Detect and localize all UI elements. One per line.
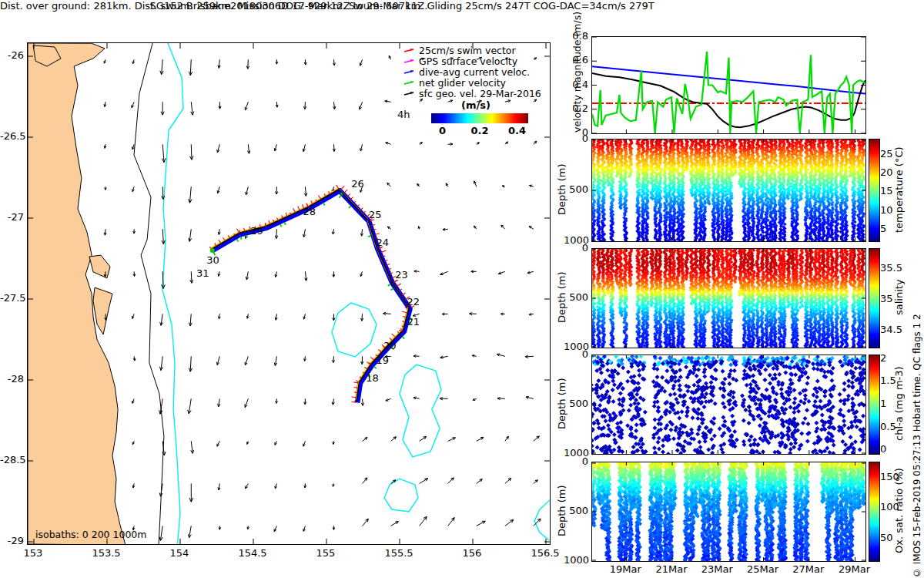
chl-colorbar-tick: 0.5 (880, 421, 911, 432)
temperature-colorbar-tick: 20 (880, 166, 911, 178)
salinity-depth-tick: 0 (564, 242, 588, 254)
temperature-colorbar (869, 139, 880, 242)
date-tick-label: 29Mar (836, 563, 873, 575)
isobath-200m (134, 43, 164, 544)
legend-marker-icon (403, 89, 419, 97)
imos-watermark: © IMOS 15-Feb-2019 05:27:13 Hobart time.… (912, 227, 922, 578)
chlpanel-scatter-canvas (592, 355, 865, 454)
oxygen-colorbar (869, 462, 880, 562)
date-tick-label: 27Mar (790, 563, 827, 575)
salinity-depth-tick: 500 (564, 291, 588, 303)
figure-subtitle: Dist. over ground: 281km. Dist. swum: 25… (0, 0, 608, 12)
salpanel-scatter-canvas (592, 249, 865, 348)
temperature-colorbar-tick: 5 (880, 223, 911, 234)
legend-window-note: 4h (397, 109, 410, 120)
isobath-1000m (162, 43, 183, 544)
map-lon-tick: 153 (18, 547, 49, 559)
isobaths-note: isobaths: 0 200 1000m (35, 529, 147, 540)
legend-marker-icon (403, 68, 419, 76)
temperature-panel (591, 139, 866, 242)
chl-colorbar-tick: 2 (880, 352, 911, 364)
dive-number-label: 29 (250, 225, 263, 237)
oxygen-depth-tick: 0 (564, 455, 588, 467)
map-lon-tick: 156 (457, 547, 487, 559)
map-lat-tick: -28.5 (0, 454, 24, 465)
dive-number-label: 22 (407, 296, 420, 307)
chl-colorbar-tick: 1 (880, 398, 911, 409)
legend-marker-icon (403, 79, 419, 86)
map-lon-tick: 154 (164, 547, 195, 559)
legend-item: GPS surface velocity (403, 55, 550, 66)
chl-colorbar (869, 355, 880, 455)
legend-item-label: sfc geo. vel. 29-Mar-2016 (419, 88, 541, 99)
map-legend: 25cm/s swim vectorGPS surface velocitydi… (403, 45, 550, 99)
track-end-marker (210, 248, 215, 253)
map-lon-tick: 156.5 (530, 547, 561, 559)
velocity-ytick: 0.4 (565, 79, 588, 90)
velocity-ytick: 0.6 (565, 54, 588, 66)
date-tick-label: 25Mar (745, 563, 782, 575)
island (89, 255, 110, 278)
map-lon-tick: 154.5 (237, 547, 268, 559)
salinity-colorbar (869, 248, 880, 348)
map-lat-tick: -27 (0, 211, 24, 223)
map-lon-tick: 155 (310, 547, 341, 559)
swim-vector-whiskers (209, 185, 414, 402)
map-colorbar-tick: 0 (434, 125, 452, 136)
dive-number-label: 20 (383, 340, 397, 351)
chl-colorbar-tick: 1.5 (880, 375, 911, 386)
salinity-colorbar-tick: 34.5 (880, 324, 911, 335)
dive-number-label: 31 (196, 267, 209, 279)
dive-number-label: 28 (303, 206, 316, 217)
legend-marker-icon (403, 57, 419, 65)
date-tick-label: 23Mar (698, 563, 735, 575)
salinity-colorbar-tick: 35.5 (880, 262, 911, 274)
chl-depth-tick: 0 (564, 348, 588, 360)
legend-item-label: net glider velocity (419, 77, 506, 89)
dive-number-label: 23 (395, 269, 408, 281)
temperature-colorbar-tick: 15 (880, 185, 911, 197)
sla-contour (400, 365, 441, 457)
legend-marker-icon (403, 46, 419, 54)
island (93, 287, 112, 334)
chl-depth-tick: 500 (564, 398, 588, 409)
sla-contour (534, 500, 550, 540)
chl-colorbar-tick: 0 (880, 443, 911, 455)
legend-item: dive-avg current veloc. (403, 66, 550, 77)
temperature-colorbar-tick: 25 (880, 148, 911, 160)
oxygen-depth-tick: 1000 (564, 554, 588, 566)
dive-number-label: 26 (351, 178, 364, 190)
oxygen-depth-tick: 500 (564, 505, 588, 516)
legend-item-label: GPS surface velocity (419, 55, 517, 67)
salinity-panel (591, 248, 866, 348)
map-colorbar-title: (m/s) (427, 99, 524, 111)
legend-item: sfc geo. vel. 29-Mar-2016 (403, 88, 550, 99)
dive-number-label: 19 (377, 355, 390, 366)
seaglider-mission-figure: SG152 Brisbane20180306D 17-Mar 12Z to 29… (0, 0, 924, 578)
oxpanel-scatter-canvas (592, 462, 865, 561)
dive-number-label: 18 (366, 372, 379, 384)
map-speed-colorbar (431, 113, 528, 123)
map-lat-tick: -29 (0, 535, 24, 546)
velocity-panel (591, 36, 866, 134)
dive-number-label: 24 (377, 237, 390, 248)
track-line (212, 190, 410, 402)
oxygen-panel (591, 462, 866, 562)
map-lat-tick: -26.5 (0, 130, 24, 142)
temppanel-scatter-canvas (592, 139, 865, 241)
velocity-ytick: 0.8 (565, 30, 588, 42)
sla-contour (384, 479, 418, 512)
map-colorbar-tick: 0.4 (507, 125, 526, 136)
legend-item: net glider velocity (403, 77, 550, 88)
date-tick-label: 19Mar (607, 563, 644, 575)
map-lon-tick: 153.5 (91, 547, 122, 559)
velocity-plot (592, 37, 865, 133)
oxygen-colorbar-tick: 50 (880, 532, 911, 543)
dive-number-label: 21 (407, 316, 420, 328)
date-tick-label: 21Mar (653, 563, 690, 575)
legend-item: 25cm/s swim vector (403, 45, 550, 55)
temperature-depth-tick: 0 (564, 133, 588, 144)
map-lat-tick: -28 (0, 373, 24, 385)
legend-item-label: 25cm/s swim vector (419, 45, 516, 56)
dive-number-label: 30 (206, 254, 219, 266)
